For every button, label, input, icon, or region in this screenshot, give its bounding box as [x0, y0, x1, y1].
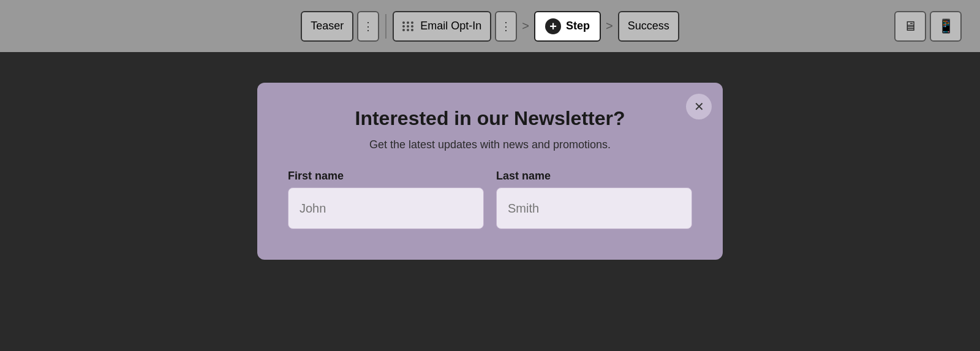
email-optin-step-button[interactable]: Email Opt-In — [393, 11, 491, 42]
teaser-label: Teaser — [311, 20, 344, 32]
teaser-step-button[interactable]: Teaser — [301, 11, 353, 42]
last-name-group: Last name — [496, 170, 692, 229]
success-label: Success — [628, 20, 669, 32]
kebab-icon: ⋮ — [363, 20, 374, 33]
plus-icon: + — [545, 18, 561, 34]
desktop-icon: 🖥 — [903, 18, 917, 34]
email-optin-kebab-button[interactable]: ⋮ — [495, 11, 517, 42]
mobile-icon: 📱 — [938, 18, 954, 34]
newsletter-modal: ✕ Interested in our Newsletter? Get the … — [257, 83, 723, 260]
desktop-view-button[interactable]: 🖥 — [894, 11, 926, 42]
add-step-button[interactable]: + Step — [534, 11, 601, 42]
modal-close-button[interactable]: ✕ — [686, 94, 712, 119]
last-name-label: Last name — [496, 170, 692, 183]
kebab-icon-2: ⋮ — [500, 20, 511, 33]
close-icon: ✕ — [694, 99, 704, 114]
form-fields-row: First name Last name — [288, 170, 692, 229]
drag-handle-icon — [402, 21, 414, 31]
mobile-view-button[interactable]: 📱 — [930, 11, 962, 42]
modal-subtitle: Get the latest updates with news and pro… — [288, 138, 692, 151]
last-name-input[interactable] — [496, 187, 692, 229]
success-step-button[interactable]: Success — [618, 11, 679, 42]
first-name-input[interactable] — [288, 187, 484, 229]
step-separator — [385, 14, 386, 39]
device-toggle-group: 🖥 📱 — [894, 11, 962, 42]
arrow-1-icon: > — [522, 19, 529, 33]
toolbar: Teaser ⋮ Email Opt-In ⋮ > + Step > Succe… — [0, 0, 980, 52]
first-name-label: First name — [288, 170, 484, 183]
teaser-kebab-button[interactable]: ⋮ — [357, 11, 379, 42]
email-optin-label: Email Opt-In — [420, 20, 481, 32]
first-name-group: First name — [288, 170, 484, 229]
preview-canvas: ✕ Interested in our Newsletter? Get the … — [0, 52, 980, 351]
add-step-label: Step — [566, 20, 590, 32]
arrow-2-icon: > — [606, 19, 613, 33]
modal-title: Interested in our Newsletter? — [288, 107, 692, 130]
